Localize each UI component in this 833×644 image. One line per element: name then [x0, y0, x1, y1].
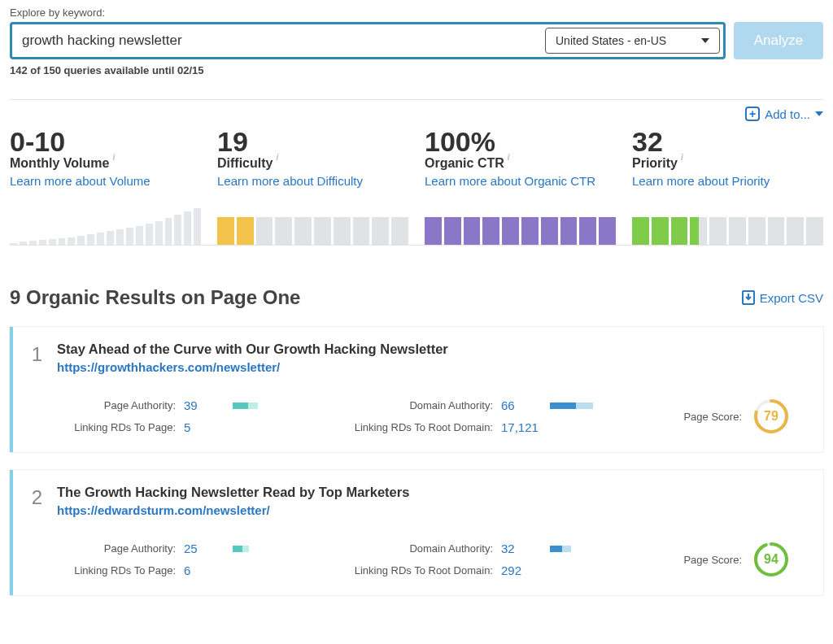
metric-label: Difficulty: [217, 156, 273, 171]
domain-authority-value: 32: [501, 542, 542, 555]
divider: [10, 99, 823, 100]
page-authority-label: Page Authority:: [21, 542, 176, 555]
page-score-ring: 94: [753, 542, 789, 577]
info-icon[interactable]: i: [508, 153, 510, 162]
priority-bars: [632, 206, 823, 245]
linking-rds-root-value: 292: [501, 564, 542, 577]
export-label: Export CSV: [760, 291, 823, 305]
page-score-value: 94: [753, 542, 789, 577]
results-heading: 9 Organic Results on Page One: [10, 286, 300, 309]
result-url[interactable]: https://edwardsturm.com/newsletter/: [57, 503, 809, 517]
plus-icon: +: [745, 107, 760, 121]
keyword-input[interactable]: [15, 28, 545, 54]
linking-rds-root-label: Linking RDs To Root Domain:: [322, 564, 493, 577]
metric-value: 19: [217, 126, 408, 158]
metric-value: 0-10: [10, 126, 201, 158]
metric-value: 100%: [425, 126, 616, 158]
metric-label: Priority: [632, 156, 678, 171]
search-label: Explore by keyword:: [10, 7, 823, 19]
chevron-down-icon: [701, 38, 709, 43]
locale-select[interactable]: United States - en-US: [545, 28, 720, 54]
ctr-bars: [425, 206, 616, 245]
result-card: 1 Stay Ahead of the Curve with Our Growt…: [10, 327, 823, 452]
linking-rds-page-value: 6: [184, 564, 225, 577]
domain-authority-value: 66: [501, 398, 542, 412]
result-title: The Growth Hacking Newsletter Read by To…: [57, 485, 809, 500]
page-score-label: Page Score:: [683, 554, 742, 566]
info-icon[interactable]: i: [276, 153, 278, 162]
page-score-value: 79: [753, 398, 789, 434]
page-authority-label: Page Authority:: [21, 399, 176, 411]
domain-authority-label: Domain Authority:: [322, 542, 493, 555]
metric-value: 32: [632, 126, 823, 158]
metric-volume: 0-10 Monthly Volumei Learn more about Vo…: [10, 126, 201, 245]
page-score-label: Page Score:: [683, 411, 742, 423]
download-icon: [742, 290, 755, 305]
page-authority-bar: [233, 546, 298, 552]
page-authority-bar: [233, 402, 298, 409]
domain-authority-bar: [550, 402, 615, 409]
page-authority-value: 25: [184, 542, 225, 555]
metric-priority: 32 Priorityi Learn more about Priority: [632, 126, 823, 245]
page-score-ring: 79: [753, 398, 789, 434]
learn-more-link[interactable]: Learn more about Organic CTR: [425, 174, 616, 188]
volume-sparkline: [10, 206, 201, 245]
add-to-button[interactable]: + Add to...: [745, 107, 823, 121]
result-card: 2 The Growth Hacking Newsletter Read by …: [10, 470, 823, 595]
learn-more-link[interactable]: Learn more about Difficulty: [217, 174, 408, 188]
metric-ctr: 100% Organic CTRi Learn more about Organ…: [425, 126, 616, 245]
linking-rds-page-label: Linking RDs To Page:: [21, 421, 176, 433]
locale-selected: United States - en-US: [556, 34, 666, 47]
result-rank: 1: [21, 342, 42, 374]
quota-text: 142 of 150 queries available until 02/15: [10, 64, 823, 76]
export-csv-button[interactable]: Export CSV: [742, 290, 823, 305]
search-container: United States - en-US: [10, 22, 726, 59]
add-to-label: Add to...: [765, 107, 810, 121]
linking-rds-root-value: 17,121: [501, 420, 542, 434]
learn-more-link[interactable]: Learn more about Volume: [10, 174, 201, 188]
page-authority-value: 39: [184, 398, 225, 412]
info-icon[interactable]: i: [112, 153, 115, 162]
metric-label: Monthly Volume: [10, 156, 109, 171]
domain-authority-bar: [550, 546, 615, 552]
metric-difficulty: 19 Difficultyi Learn more about Difficul…: [217, 126, 408, 245]
result-title: Stay Ahead of the Curve with Our Growth …: [57, 342, 809, 357]
info-icon[interactable]: i: [681, 153, 683, 162]
domain-authority-label: Domain Authority:: [322, 399, 493, 411]
learn-more-link[interactable]: Learn more about Priority: [632, 174, 823, 188]
result-rank: 2: [21, 485, 42, 517]
metric-label: Organic CTR: [425, 156, 504, 171]
linking-rds-root-label: Linking RDs To Root Domain:: [322, 421, 493, 433]
result-url[interactable]: https://growthhackers.com/newsletter/: [57, 360, 809, 374]
analyze-button[interactable]: Analyze: [734, 22, 823, 59]
divider: [10, 245, 823, 246]
linking-rds-page-value: 5: [184, 420, 225, 434]
chevron-down-icon: [815, 111, 823, 116]
difficulty-bars: [217, 206, 408, 245]
linking-rds-page-label: Linking RDs To Page:: [21, 564, 176, 577]
